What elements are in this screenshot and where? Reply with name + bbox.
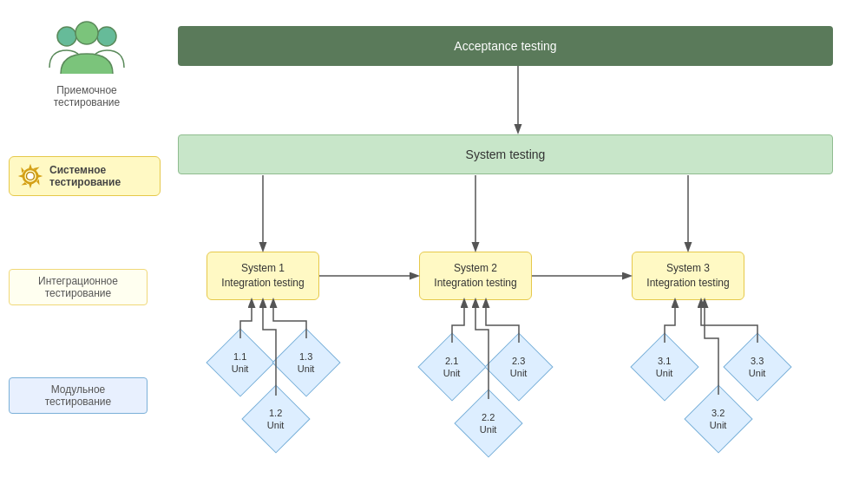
- unit-num-21: 2.1: [445, 355, 458, 367]
- diagram: Приемочное тестирование Системное тестир…: [0, 0, 859, 504]
- int1-line2: Integration testing: [221, 276, 304, 291]
- svg-point-0: [57, 27, 76, 46]
- diamond-u33: 3.3 Unit: [723, 332, 791, 401]
- svg-point-2: [75, 22, 98, 44]
- integration-box-3: System 3 Integration testing: [632, 252, 744, 300]
- diamond-u31: 3.1 Unit: [630, 332, 698, 401]
- system-sidebar-badge: Системное тестирование: [9, 156, 161, 196]
- diamond-u21: 2.1 Unit: [417, 332, 486, 401]
- unit-num-22: 2.2: [482, 411, 495, 423]
- unit-label-31: Unit: [656, 367, 673, 379]
- svg-point-1: [97, 27, 116, 46]
- diamond-u22: 2.2 Unit: [454, 389, 522, 457]
- unit-label-22: Unit: [480, 423, 497, 435]
- unit-label-23: Unit: [510, 367, 528, 379]
- unit-label-13: Unit: [298, 363, 315, 375]
- acceptance-label: Acceptance testing: [454, 39, 556, 53]
- diamond-u32: 3.2 Unit: [684, 384, 752, 453]
- int1-line1: System 1: [241, 261, 285, 276]
- unit-label-33: Unit: [749, 367, 766, 379]
- gear-icon: [16, 162, 44, 190]
- integration-box-1: System 1 Integration testing: [207, 252, 319, 300]
- integration-box-2: System 2 Integration testing: [419, 252, 532, 300]
- int2-line2: Integration testing: [434, 276, 516, 291]
- system-sidebar-label: Системное тестирование: [49, 164, 121, 188]
- acceptance-sidebar-label: Приемочное тестирование: [30, 84, 143, 108]
- integration-sidebar-label: Интеграционное тестирование: [9, 269, 148, 305]
- diamond-u12: 1.2 Unit: [241, 384, 310, 453]
- acceptance-icon-area: Приемочное тестирование: [30, 17, 143, 108]
- diamond-u23: 2.3 Unit: [484, 332, 553, 401]
- unit-num-12: 1.2: [269, 407, 282, 419]
- unit-label-11: Unit: [232, 363, 249, 375]
- system-bar: System testing: [178, 134, 833, 174]
- unit-num-23: 2.3: [512, 355, 525, 367]
- system-label: System testing: [466, 147, 546, 161]
- diamond-u13: 1.3 Unit: [272, 328, 340, 396]
- unit-num-32: 3.2: [711, 407, 725, 419]
- int2-line1: System 2: [454, 261, 497, 276]
- unit-num-13: 1.3: [299, 350, 312, 363]
- unit-num-33: 3.3: [751, 355, 764, 367]
- diamond-u11: 1.1 Unit: [206, 328, 274, 396]
- users-icon: [48, 17, 126, 78]
- unit-sidebar-badge: Модульное тестирование: [9, 377, 148, 414]
- unit-label-12: Unit: [267, 419, 285, 431]
- int3-line1: System 3: [666, 261, 710, 276]
- unit-label-32: Unit: [710, 419, 727, 431]
- unit-label-21: Unit: [443, 367, 461, 379]
- acceptance-bar: Acceptance testing: [178, 26, 833, 66]
- unit-num-11: 1.1: [233, 350, 246, 363]
- int3-line2: Integration testing: [646, 276, 729, 291]
- svg-point-5: [27, 173, 35, 180]
- unit-num-31: 3.1: [658, 355, 671, 367]
